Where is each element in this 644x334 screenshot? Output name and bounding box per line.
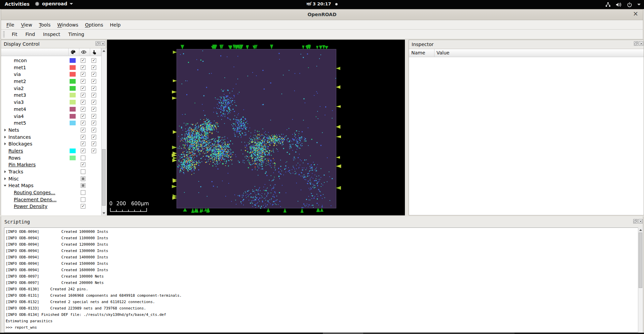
system-status-area[interactable]: [605, 0, 641, 9]
visible-checkbox-mcon[interactable]: ✓: [81, 58, 85, 63]
visible-checkbox-met5[interactable]: ✓: [81, 121, 85, 125]
find-button[interactable]: Find: [21, 30, 39, 38]
chevron-right-icon[interactable]: [4, 170, 6, 173]
chevron-right-icon[interactable]: [4, 136, 6, 138]
menu-help[interactable]: Help: [107, 21, 124, 29]
selectable-checkbox-met2[interactable]: ✓: [91, 79, 96, 84]
visible-checkbox-nets[interactable]: ✓: [81, 128, 85, 132]
selectable-checkbox-met3[interactable]: ✓: [91, 93, 96, 97]
toolbar-drag-handle[interactable]: [3, 31, 5, 37]
color-swatch-rulers[interactable]: [70, 149, 76, 153]
scroll-up-icon[interactable]: [638, 227, 643, 232]
column-value[interactable]: Value: [437, 50, 449, 55]
column-name[interactable]: Name: [411, 50, 425, 55]
scrollbar-thumb[interactable]: [102, 149, 106, 206]
tree-label-power-density[interactable]: Power Density: [14, 204, 47, 209]
select-hand-icon[interactable]: [90, 50, 99, 54]
color-swatch-via3[interactable]: [70, 100, 76, 105]
tree-label-placement-dens[interactable]: Placement Dens...: [14, 197, 56, 202]
color-swatch-met3[interactable]: [70, 93, 76, 97]
menu-view[interactable]: View: [17, 21, 35, 29]
selectable-checkbox-met1[interactable]: ✓: [91, 65, 96, 70]
selectable-checkbox-rulers[interactable]: ✓: [91, 149, 96, 153]
visible-checkbox-via4[interactable]: ✓: [81, 114, 85, 119]
visible-checkbox-instances[interactable]: ✓: [81, 135, 85, 139]
scrollbar-thumb[interactable]: [639, 233, 642, 288]
menu-file[interactable]: File: [3, 21, 17, 29]
chevron-right-icon[interactable]: [4, 177, 6, 180]
menu-tools[interactable]: Tools: [36, 21, 54, 29]
app-menu[interactable]: openroad: [35, 1, 73, 6]
clock[interactable]: মার্চ 3 20:17: [306, 1, 337, 7]
visible-checkbox-blockages[interactable]: ✓: [81, 141, 85, 146]
color-swatch-met1[interactable]: [70, 65, 76, 70]
layout-canvas[interactable]: [107, 40, 405, 215]
activities-button[interactable]: Activities: [5, 1, 30, 7]
color-swatch-rows[interactable]: [70, 156, 76, 160]
tree-label-pin-markers[interactable]: Pin Markers: [8, 162, 36, 167]
float-panel-button[interactable]: [633, 219, 638, 223]
tree-row-instances: Instances✓✓: [1, 134, 101, 141]
visible-checkbox-power-density[interactable]: ✓: [81, 204, 85, 209]
visible-checkbox-tracks[interactable]: [81, 169, 85, 174]
scroll-down-icon[interactable]: [102, 211, 106, 215]
color-swatch-met4[interactable]: [70, 107, 76, 112]
selectable-checkbox-met5[interactable]: ✓: [91, 121, 96, 125]
visible-checkbox-misc[interactable]: [81, 176, 85, 181]
scripting-scrollbar[interactable]: [638, 227, 643, 333]
layout-viewport[interactable]: [107, 40, 405, 215]
color-swatch-via4[interactable]: [70, 114, 76, 119]
close-panel-button[interactable]: [638, 219, 643, 223]
visible-checkbox-met2[interactable]: ✓: [81, 79, 85, 84]
visible-checkbox-heat-maps[interactable]: [81, 183, 85, 188]
selectable-checkbox-met4[interactable]: ✓: [91, 107, 96, 112]
visible-checkbox-met4[interactable]: ✓: [81, 107, 85, 112]
color-swatch-via2[interactable]: [70, 86, 76, 91]
log-output[interactable]: [INFO ODB-0094] Created 1000000 Insts[IN…: [4, 227, 640, 333]
selectable-checkbox-nets[interactable]: ✓: [91, 128, 96, 132]
tree-label-routing-conges[interactable]: Routing Conges...: [14, 190, 55, 195]
color-swatch-met5[interactable]: [70, 121, 76, 125]
eye-icon[interactable]: [79, 50, 88, 54]
visible-checkbox-placement-dens[interactable]: [81, 197, 85, 202]
visible-checkbox-via3[interactable]: ✓: [81, 100, 85, 105]
fit-button[interactable]: Fit: [8, 30, 21, 38]
chevron-right-icon[interactable]: [4, 129, 6, 131]
scroll-up-icon[interactable]: [102, 48, 106, 53]
window-close-button[interactable]: ×: [633, 10, 638, 17]
visible-checkbox-met3[interactable]: ✓: [81, 93, 85, 97]
visible-checkbox-rows[interactable]: [81, 156, 85, 160]
visible-checkbox-via[interactable]: ✓: [81, 72, 85, 77]
close-panel-button[interactable]: [639, 41, 643, 46]
selectable-checkbox-instances[interactable]: ✓: [91, 135, 96, 139]
visible-checkbox-rulers[interactable]: ✓: [81, 149, 85, 153]
timing-button[interactable]: Timing: [64, 30, 88, 38]
window-titlebar[interactable]: OpenROAD ×: [1, 9, 643, 20]
inspect-button[interactable]: Inspect: [39, 30, 64, 38]
selectable-checkbox-via[interactable]: ✓: [91, 72, 96, 77]
visible-checkbox-via2[interactable]: ✓: [81, 86, 85, 91]
selectable-checkbox-mcon[interactable]: ✓: [91, 58, 96, 63]
selectable-checkbox-via2[interactable]: ✓: [91, 86, 96, 91]
float-panel-button[interactable]: [96, 41, 100, 46]
close-panel-button[interactable]: [101, 41, 105, 46]
color-swatch-via[interactable]: [70, 72, 76, 77]
menu-options[interactable]: Options: [82, 21, 107, 29]
visible-checkbox-met1[interactable]: ✓: [81, 65, 85, 70]
visible-checkbox-pin-markers[interactable]: ✓: [81, 162, 85, 167]
menu-windows[interactable]: Windows: [54, 21, 82, 29]
selectable-checkbox-blockages[interactable]: ✓: [91, 141, 96, 146]
tree-label-tracks: Tracks: [8, 169, 23, 174]
color-swatch-mcon[interactable]: [70, 58, 76, 63]
selectable-checkbox-via3[interactable]: ✓: [91, 100, 96, 105]
color-swatch-met2[interactable]: [70, 79, 76, 84]
visible-checkbox-routing-conges[interactable]: [81, 190, 85, 195]
display-control-scrollbar[interactable]: [101, 48, 106, 215]
palette-icon[interactable]: [68, 50, 78, 54]
chevron-right-icon[interactable]: [4, 142, 6, 145]
float-panel-button[interactable]: [634, 41, 638, 46]
selectable-checkbox-via4[interactable]: ✓: [91, 114, 96, 119]
chevron-down-icon[interactable]: [4, 185, 6, 186]
tree-label-rulers[interactable]: Rulers: [8, 148, 23, 154]
column-divider[interactable]: [434, 49, 434, 57]
